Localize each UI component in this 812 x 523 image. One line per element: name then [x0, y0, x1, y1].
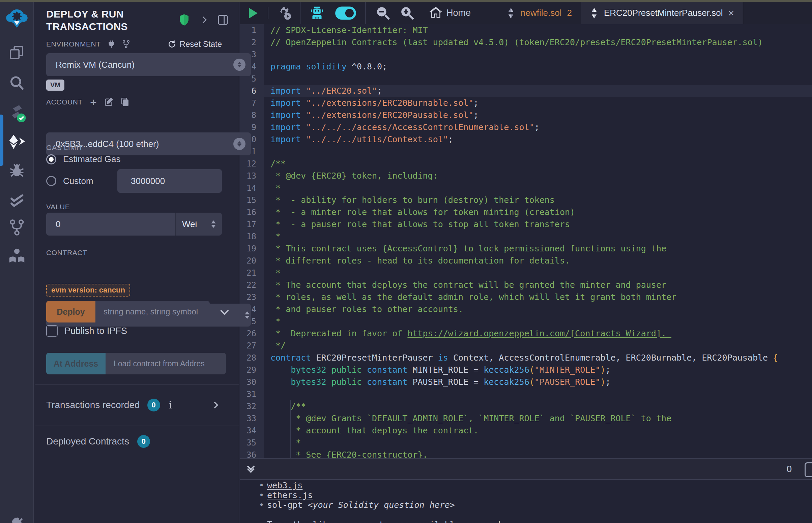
line-number[interactable]: 28 — [240, 352, 264, 364]
compile-settings-gear-icon[interactable] — [277, 5, 293, 21]
line-number[interactable]: 26 — [240, 327, 264, 340]
sidebar-item-solidity-compiler[interactable] — [0, 103, 34, 123]
copy-address-icon[interactable] — [121, 97, 129, 107]
gutter[interactable]: 1234567891011121314151617181920212223242… — [240, 24, 264, 458]
at-address-button[interactable]: At Address — [46, 353, 106, 374]
reset-state-button[interactable]: Reset State — [180, 39, 222, 49]
collapse-panel-chevron-icon[interactable] — [200, 17, 207, 23]
sidebar-item-debugger[interactable] — [0, 161, 34, 180]
code-line[interactable]: * account that deploys the contract. — [264, 425, 812, 437]
environment-fork-icon[interactable] — [122, 40, 130, 49]
sidebar-item-plugin-manager[interactable] — [0, 515, 34, 523]
code-line[interactable]: // OpenZeppelin Contracts (last updated … — [264, 36, 812, 49]
code-line[interactable] — [264, 73, 812, 85]
line-number[interactable]: 32 — [240, 400, 264, 413]
deploy-button[interactable]: Deploy — [46, 301, 95, 323]
pin-panel-icon[interactable] — [217, 14, 229, 25]
reset-state-icon[interactable] — [167, 40, 176, 49]
code-line[interactable]: import "../extensions/ERC20Pausable.sol"… — [264, 109, 812, 121]
tab-close-icon[interactable]: × — [728, 8, 735, 18]
sidebar-item-static-analysis[interactable] — [0, 191, 34, 209]
line-number[interactable]: 21 — [240, 267, 264, 279]
line-number[interactable]: 30 — [240, 376, 264, 388]
line-number[interactable]: 2 — [240, 36, 264, 49]
line-number[interactable]: 1 — [240, 24, 264, 36]
code-line[interactable]: /** — [264, 400, 812, 413]
run-script-play-icon[interactable] — [248, 7, 259, 20]
line-number[interactable]: 23 — [240, 291, 264, 303]
code-line[interactable] — [264, 388, 812, 400]
code-line[interactable] — [264, 146, 812, 158]
code-line[interactable]: * — [264, 182, 812, 194]
sign-message-pencil-icon[interactable] — [104, 97, 113, 107]
code-editor[interactable]: 1234567891011121314151617181920212223242… — [240, 24, 812, 458]
line-number[interactable]: 35 — [240, 437, 264, 449]
line-number[interactable]: 29 — [240, 364, 264, 376]
environment-plug-icon[interactable] — [107, 40, 116, 49]
constructor-args-input[interactable] — [95, 301, 210, 323]
environment-select[interactable]: Remix VM (Cancun) — [46, 53, 251, 76]
line-number[interactable]: 22 — [240, 279, 264, 291]
code-line[interactable]: * and pauser roles to other accounts. — [264, 303, 812, 315]
code-line[interactable]: * — [264, 437, 812, 449]
line-number[interactable]: 12 — [240, 158, 264, 170]
line-number[interactable]: 20 — [240, 255, 264, 267]
create-account-plus-icon[interactable]: + — [90, 98, 97, 106]
line-number[interactable]: 27 — [240, 340, 264, 352]
code-line[interactable]: * This contract uses {AccessControl} to … — [264, 242, 812, 255]
line-number[interactable]: 17 — [240, 218, 264, 231]
line-number[interactable]: 18 — [240, 231, 264, 242]
copilot-toggle-on[interactable] — [335, 6, 356, 20]
line-number[interactable]: 9 — [240, 121, 264, 133]
code-line[interactable]: * different roles - head to its document… — [264, 255, 812, 267]
code-line[interactable]: pragma solidity ^0.8.0; — [264, 61, 812, 73]
line-number[interactable]: 31 — [240, 388, 264, 400]
transactions-recorded-row[interactable]: Transactions recorded 0 i — [46, 399, 222, 412]
zoom-in-icon[interactable] — [400, 6, 415, 21]
line-number[interactable]: 33 — [240, 413, 264, 425]
line-number[interactable]: 6 — [240, 85, 264, 97]
code-line[interactable]: * @dev Grants `DEFAULT_ADMIN_ROLE`, `MIN… — [264, 413, 812, 425]
line-number[interactable]: 34 — [240, 425, 264, 437]
code-line[interactable]: * — [264, 267, 812, 279]
sidebar-item-learneth[interactable] — [0, 246, 34, 266]
code-line[interactable]: import "../extensions/ERC20Burnable.sol"… — [264, 97, 812, 109]
ai-assistant-robot-icon[interactable] — [309, 5, 325, 21]
sidebar-item-search[interactable] — [0, 74, 34, 92]
line-number[interactable]: 19 — [240, 242, 264, 255]
zoom-out-icon[interactable] — [376, 6, 390, 21]
terminal-collapse-double-chevron-icon[interactable] — [248, 466, 253, 472]
code-line[interactable]: import "../../../access/AccessControlEnu… — [264, 121, 812, 133]
line-number[interactable]: 15 — [240, 194, 264, 206]
tab-newfile[interactable]: newfile.sol 2 — [498, 2, 581, 24]
transactions-expand-chevron-icon[interactable] — [211, 402, 218, 409]
value-unit-select[interactable]: Wei — [175, 213, 222, 236]
line-number[interactable]: 14 — [240, 182, 264, 194]
tab-home[interactable]: Home — [429, 6, 471, 20]
tab-erc20presetminterpauser[interactable]: ERC20PresetMinterPauser.sol × — [581, 2, 743, 24]
sidebar-item-file-explorer[interactable] — [0, 44, 34, 62]
line-number[interactable]: 7 — [240, 97, 264, 109]
transactions-info-icon[interactable]: i — [169, 399, 172, 411]
custom-gas-input[interactable] — [117, 169, 222, 193]
code-line[interactable]: * — [264, 231, 812, 242]
code-line[interactable]: import "../ERC20.sol"; — [264, 85, 812, 97]
line-number[interactable]: 16 — [240, 206, 264, 218]
estimated-gas-radio[interactable] — [46, 154, 56, 164]
custom-gas-radio[interactable] — [46, 176, 56, 186]
publish-ipfs-checkbox[interactable] — [46, 325, 58, 337]
web3js-link[interactable]: web3.js — [267, 481, 302, 490]
code-line[interactable]: * - a pauser role that allows to stop al… — [264, 218, 812, 231]
code-line[interactable]: import "../../../utils/Context.sol"; — [264, 133, 812, 146]
code-line[interactable]: * The account that deploys the contract … — [264, 279, 812, 291]
terminal-listen-checkbox[interactable] — [805, 462, 812, 477]
line-number[interactable]: 8 — [240, 109, 264, 121]
code-line[interactable]: * roles, as well as the default admin ro… — [264, 291, 812, 303]
code-line[interactable]: * — [264, 315, 812, 327]
code-line[interactable]: // SPDX-License-Identifier: MIT — [264, 24, 812, 36]
value-input[interactable] — [46, 213, 175, 236]
remix-logo[interactable] — [0, 8, 34, 29]
sidebar-item-git[interactable] — [0, 218, 34, 237]
sidebar-item-deploy-and-run[interactable] — [0, 132, 34, 151]
code-line[interactable]: * _Deprecated in favor of https://wizard… — [264, 327, 812, 340]
